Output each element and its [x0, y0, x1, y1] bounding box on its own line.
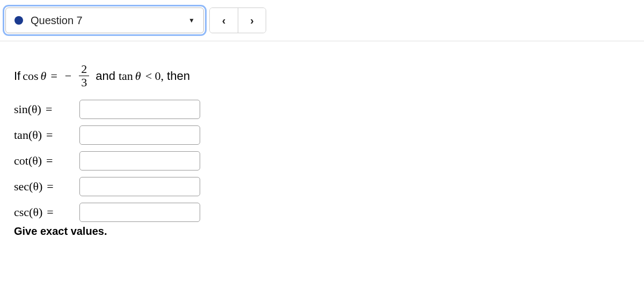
func-tan: tan: [14, 128, 28, 142]
answer-label-csc: csc(θ) =: [14, 205, 77, 219]
instruction-text: Give exact values.: [14, 225, 630, 238]
theta-var-2: θ: [135, 69, 141, 83]
answer-label-sec: sec(θ) =: [14, 180, 77, 194]
comparison-text: < 0,: [145, 69, 164, 83]
and-text: and: [96, 69, 115, 83]
sin-input[interactable]: [79, 100, 200, 119]
eq-csc: =: [47, 205, 53, 219]
arg-tan: (θ): [28, 128, 42, 142]
top-bar: Question 7 ▼ ‹ ›: [0, 0, 644, 41]
eq-tan: =: [46, 128, 53, 142]
fraction-numerator: 2: [79, 63, 89, 76]
answer-row-sec: sec(θ) =: [14, 177, 630, 196]
arg-cot: (θ): [28, 154, 42, 168]
problem-statement: If cos θ = − 2 3 and tan θ < 0, then: [14, 63, 630, 89]
cot-input[interactable]: [79, 151, 200, 170]
chevron-right-icon: ›: [250, 14, 254, 27]
next-button[interactable]: ›: [238, 8, 266, 33]
minus-sign: −: [65, 69, 71, 83]
tan-func: tan: [119, 69, 133, 83]
eq-sec: =: [47, 180, 53, 194]
answer-row-sin: sin(θ) =: [14, 100, 630, 119]
status-dot-icon: [14, 16, 23, 25]
content-area: If cos θ = − 2 3 and tan θ < 0, then sin…: [0, 41, 644, 259]
answer-label-sin: sin(θ) =: [14, 102, 77, 116]
nav-group: ‹ ›: [209, 8, 266, 33]
if-text: If: [14, 69, 20, 83]
arg-sin: (θ): [28, 102, 41, 116]
cos-func: cos: [23, 69, 38, 83]
theta-var-1: θ: [41, 69, 47, 83]
func-cot: cot: [14, 154, 28, 168]
then-text: then: [167, 69, 190, 83]
arg-sec: (θ): [29, 180, 42, 194]
fraction-denominator: 3: [79, 76, 89, 89]
func-sec: sec: [14, 180, 29, 194]
answers-list: sin(θ) = tan(θ) = cot(θ) = sec(θ) =: [14, 100, 630, 222]
csc-input[interactable]: [79, 203, 200, 222]
answer-row-tan: tan(θ) =: [14, 125, 630, 145]
eq-cot: =: [46, 154, 53, 168]
prev-button[interactable]: ‹: [210, 8, 238, 33]
sec-input[interactable]: [79, 177, 200, 196]
answer-label-tan: tan(θ) =: [14, 128, 77, 142]
tan-input[interactable]: [79, 125, 200, 145]
eq-sin: =: [46, 102, 52, 116]
answer-row-csc: csc(θ) =: [14, 203, 630, 222]
func-csc: csc: [14, 205, 29, 219]
question-label: Question 7: [31, 14, 188, 27]
equals-sign: =: [50, 69, 57, 83]
fraction: 2 3: [79, 63, 89, 89]
chevron-left-icon: ‹: [222, 14, 226, 27]
arg-csc: (θ): [29, 205, 42, 219]
answer-row-cot: cot(θ) =: [14, 151, 630, 170]
answer-label-cot: cot(θ) =: [14, 154, 77, 168]
func-sin: sin: [14, 102, 28, 116]
question-selector[interactable]: Question 7 ▼: [5, 8, 204, 33]
chevron-down-icon: ▼: [188, 17, 195, 24]
